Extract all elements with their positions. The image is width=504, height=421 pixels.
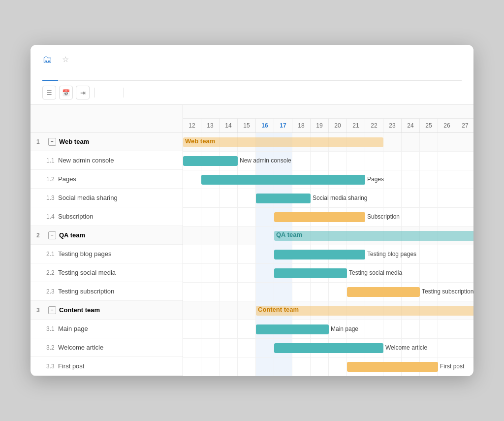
day-cell-27: 27 — [456, 119, 473, 132]
chart-task-row-1-2: Pages — [183, 170, 473, 189]
chart-rows: Web teamNew admin consolePagesSocial med… — [183, 133, 473, 376]
indent-icon[interactable]: ⇥ — [76, 86, 90, 99]
divider-1 — [94, 88, 95, 97]
task-row-3-1: 3.1 Main page — [31, 320, 183, 338]
group-label-web-team: Web team — [59, 138, 89, 145]
chart-task-row-2-1: Testing blog pages — [183, 245, 473, 264]
chart-group-row-3: Content team — [183, 301, 473, 320]
group-row-web-team: 1 − Web team — [31, 132, 183, 151]
task-row-2-2: 2.2 Testing social media — [31, 263, 183, 282]
day-cell-19: 19 — [311, 119, 329, 132]
chart-task-row-1-3: Social media sharing — [183, 189, 473, 208]
day-cell-23: 23 — [383, 119, 402, 132]
chart-task-row-3-2: Welcome article — [183, 339, 473, 357]
year-label — [183, 105, 473, 119]
chart-group-row-2: QA team — [183, 227, 473, 245]
chart-group-row-1: Web team — [183, 133, 473, 152]
task-name-2-1: Testing blog pages — [58, 250, 111, 258]
collapse-all-button[interactable] — [111, 91, 119, 95]
chart-area: 1213141516171819202122232425262728 Web t… — [183, 105, 473, 376]
task-row-1-2: 1.2 Pages — [31, 170, 183, 189]
chart-task-row-3-1: Main page — [183, 320, 473, 339]
gantt-container: 1 − Web team 1.1 New admin console 1.2 P… — [31, 105, 473, 376]
task-name-1-4: Subscription — [58, 213, 94, 220]
day-cell-24: 24 — [402, 119, 420, 132]
chart-task-row-1-4: Subscription — [183, 208, 473, 227]
cascade-sorting-button[interactable] — [129, 91, 137, 95]
task-row-1-3: 1.3 Social media sharing — [31, 189, 183, 207]
calendar-icon[interactable]: 📅 — [59, 86, 73, 99]
task-row-2-3: 2.3 Testing subscription — [31, 282, 183, 301]
day-cell-18: 18 — [292, 119, 311, 132]
header: 🗂 ☆ — [31, 45, 473, 81]
chart-task-row-1-1: New admin console — [183, 152, 473, 170]
task-column-header — [31, 105, 183, 132]
tab-workload[interactable] — [90, 72, 105, 81]
chart-header: 1213141516171819202122232425262728 — [183, 105, 473, 133]
tab-gantt[interactable] — [42, 72, 58, 81]
day-cell-14: 14 — [220, 119, 238, 132]
task-row-3-3: 3.3 First post — [31, 357, 183, 376]
group-row-content-team: 3 − Content team — [31, 301, 183, 320]
days-row: 1213141516171819202122232425262728 — [183, 119, 473, 132]
group-label-qa-team: QA team — [59, 231, 85, 239]
day-cell-25: 25 — [420, 119, 438, 132]
group-label-content-team: Content team — [59, 306, 100, 314]
day-cell-20: 20 — [329, 119, 347, 132]
main-window: 🗂 ☆ ☰ 📅 ⇥ 1 − — [31, 45, 473, 376]
chart-task-row-2-3: Testing subscription — [183, 283, 473, 301]
toolbar: ☰ 📅 ⇥ — [31, 81, 473, 105]
day-cell-13: 13 — [201, 119, 220, 132]
day-cell-15: 15 — [238, 119, 256, 132]
task-name-2-2: Testing social media — [58, 269, 116, 276]
chart-task-row-2-2: Testing social media — [183, 264, 473, 283]
collapse-content-team[interactable]: − — [48, 306, 56, 314]
task-row-3-2: 3.2 Welcome article — [31, 338, 183, 357]
task-name-3-3: First post — [58, 362, 84, 370]
collapse-qa-team[interactable]: − — [48, 231, 56, 239]
task-name-3-1: Main page — [58, 325, 88, 332]
task-row-1-4: 1.4 Subscription — [31, 207, 183, 226]
task-row-1-1: 1.1 New admin console — [31, 151, 183, 170]
task-name-1-2: Pages — [58, 175, 76, 183]
task-list: 1 − Web team 1.1 New admin console 1.2 P… — [31, 105, 183, 376]
tab-people[interactable] — [105, 72, 121, 81]
day-cell-26: 26 — [438, 119, 456, 132]
tab-bar — [42, 72, 462, 81]
chart-task-row-3-3: First post — [183, 357, 473, 376]
day-cell-17: 17 — [274, 119, 292, 132]
task-name-2-3: Testing subscription — [58, 288, 114, 295]
task-name-3-2: Welcome article — [58, 344, 103, 351]
group-row-qa-team: 2 − QA team — [31, 226, 183, 245]
task-name-1-1: New admin console — [58, 157, 114, 164]
roadmap-icon: 🗂 — [42, 54, 52, 65]
divider-2 — [124, 88, 124, 97]
task-row-2-1: 2.1 Testing blog pages — [31, 245, 183, 263]
tab-board[interactable] — [58, 72, 74, 81]
checklist-icon[interactable]: ☰ — [42, 86, 56, 99]
day-cell-16: 16 — [256, 119, 274, 132]
title-row: 🗂 ☆ — [42, 54, 462, 65]
day-cell-12: 12 — [183, 119, 201, 132]
day-cell-21: 21 — [347, 119, 365, 132]
task-name-1-3: Social media sharing — [58, 194, 118, 201]
day-cell-22: 22 — [365, 119, 383, 132]
collapse-web-team[interactable]: − — [48, 138, 56, 146]
tab-list[interactable] — [74, 72, 90, 81]
expand-all-button[interactable] — [100, 91, 108, 95]
favorite-icon[interactable]: ☆ — [62, 55, 69, 64]
